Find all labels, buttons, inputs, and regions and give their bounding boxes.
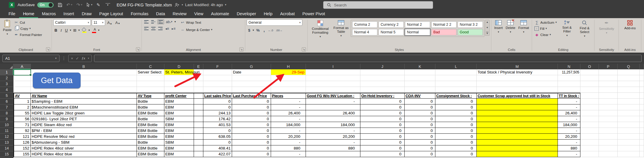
cell-M15[interactable] [477, 151, 558, 157]
formula-input[interactable] [94, 55, 642, 62]
column-header-C[interactable]: C [137, 64, 164, 69]
cell-C9[interactable]: Bottle [137, 116, 164, 122]
cell-D8[interactable]: EBM [164, 110, 194, 116]
row-header-2[interactable]: 2 [0, 75, 13, 81]
cell-L8[interactable]: 0 [435, 110, 477, 116]
cell-P13[interactable] [599, 140, 618, 145]
cell-O13[interactable] [580, 140, 599, 145]
column-header-Q[interactable]: Q [618, 64, 640, 69]
cell-M10[interactable] [477, 122, 558, 128]
cell-D1[interactable]: St. Peters, Missouri [164, 69, 194, 75]
select-all-button[interactable] [0, 64, 13, 69]
draw-tool-button[interactable]: ✎ [96, 2, 100, 8]
cell-L7[interactable]: 0 [435, 104, 477, 110]
insert-function-button[interactable]: ƒx [82, 56, 85, 61]
autosave-toggle[interactable]: On [37, 2, 54, 8]
cell-H15[interactable]: - [271, 151, 306, 157]
paste-button[interactable]: Paste ▾ [1, 19, 13, 36]
insert-cells-button[interactable]: Insert▾ [493, 19, 504, 34]
cell-G13[interactable]: 0 [232, 140, 271, 145]
cell-H8[interactable]: 26,400 [271, 110, 306, 116]
cell-O15[interactable] [580, 151, 599, 157]
cell-M4[interactable] [477, 87, 558, 93]
alignment-dialog-launcher[interactable]: ↘ [239, 47, 243, 51]
find-select-button[interactable]: Find & Select▾ [576, 19, 593, 38]
cell-I13[interactable]: - [306, 140, 360, 145]
cell-O9[interactable] [580, 116, 599, 122]
cell-E2[interactable] [194, 75, 203, 81]
decrease-decimal-button[interactable]: .00→ [275, 29, 283, 32]
tab-view[interactable]: View [190, 11, 207, 18]
cell-F11[interactable]: 0 [203, 128, 232, 134]
cell-L1[interactable] [435, 69, 477, 75]
cell-C10[interactable]: EBM Bottle [137, 122, 164, 128]
chevron-down-icon[interactable]: ▾ [79, 29, 80, 32]
cell-A2[interactable] [13, 75, 31, 81]
clipboard-dialog-launcher[interactable]: ↘ [46, 47, 50, 51]
qat-overflow-button[interactable]: ▾ [105, 3, 110, 6]
column-header-F[interactable]: F [203, 64, 232, 69]
cell-D9[interactable]: SBM [164, 116, 194, 122]
cell-K5[interactable]: COA-INV [405, 93, 435, 99]
underline-button[interactable]: U [64, 28, 69, 33]
cell-J14[interactable]: 0 [360, 145, 405, 151]
style-bad[interactable]: Bad [431, 29, 456, 35]
cell-Q4[interactable] [618, 87, 640, 93]
cell-E14[interactable] [194, 145, 203, 151]
column-header-P[interactable]: P [599, 64, 618, 69]
cell-D13[interactable]: SBM [164, 140, 194, 145]
cell-Q1[interactable] [618, 69, 640, 75]
style-good[interactable]: Good [458, 29, 483, 35]
cell-E8[interactable] [194, 110, 203, 116]
column-header-O[interactable]: O [580, 64, 599, 69]
cell-F10[interactable]: 401.53 [203, 122, 232, 128]
cell-B7[interactable]: $Maschinenstillstand EBM [31, 104, 137, 110]
redo-button[interactable]: ↷▾ [76, 2, 82, 8]
cell-L5[interactable]: Consignment Stock : [435, 93, 477, 99]
cell-N15[interactable]: - [558, 151, 580, 157]
cell-F2[interactable] [203, 75, 232, 81]
cell-D14[interactable]: EBM [164, 145, 194, 151]
cell-M12[interactable] [477, 134, 558, 140]
cell-J12[interactable]: 0 [360, 134, 405, 140]
cell-O2[interactable] [580, 75, 599, 81]
align-center-button[interactable] [150, 26, 156, 31]
cell-G12[interactable]: 0 [232, 134, 271, 140]
style-normal-5[interactable]: Normal 5 [379, 29, 404, 35]
tab-insert[interactable]: Insert [60, 11, 78, 18]
cell-O6[interactable] [580, 99, 599, 104]
cell-N4[interactable] [558, 87, 580, 93]
cell-G10[interactable]: 0 [232, 122, 271, 128]
analyze-data-button[interactable]: Analyze Data [643, 19, 644, 34]
cell-B8[interactable]: HDPE Law Toggle 28oz green [31, 110, 137, 116]
column-header-E[interactable]: E [194, 64, 203, 69]
cell-G4[interactable] [232, 87, 271, 93]
cell-K9[interactable]: 0 [405, 116, 435, 122]
copy-button[interactable]: Copy▾ [13, 25, 43, 32]
cell-K14[interactable]: 0 [405, 145, 435, 151]
cell-N12[interactable]: 20,200 [558, 134, 580, 140]
cell-Q2[interactable] [618, 75, 640, 81]
cell-C14[interactable]: EBM Bottle [137, 145, 164, 151]
cell-C7[interactable]: Bottle [137, 104, 164, 110]
merge-center-button[interactable]: ⇔Merge & Center▾ [179, 27, 213, 33]
tab-data[interactable]: Data [152, 11, 169, 18]
cell-M14[interactable] [477, 145, 558, 151]
cell-G6[interactable]: 0 [232, 99, 271, 104]
cell-C1[interactable]: Server Select [137, 69, 164, 75]
italic-button[interactable]: I [59, 28, 63, 33]
cell-L13[interactable]: 0 [435, 140, 477, 145]
cell-N7[interactable]: - [558, 104, 580, 110]
row-header-12[interactable]: 12 [0, 134, 13, 140]
cell-K3[interactable] [405, 81, 435, 87]
cell-K2[interactable] [405, 75, 435, 81]
cell-C15[interactable]: EBM Bottle [137, 151, 164, 157]
cell-P12[interactable] [599, 134, 618, 140]
cell-G2[interactable] [232, 75, 271, 81]
font-family-select[interactable]: Calibri▾ [53, 19, 91, 26]
cell-P14[interactable] [599, 145, 618, 151]
cell-F5[interactable]: Last sales Price [203, 93, 232, 99]
tab-macros[interactable]: Macros [38, 11, 60, 18]
cell-Q6[interactable] [618, 99, 640, 104]
cell-N2[interactable] [558, 75, 580, 81]
